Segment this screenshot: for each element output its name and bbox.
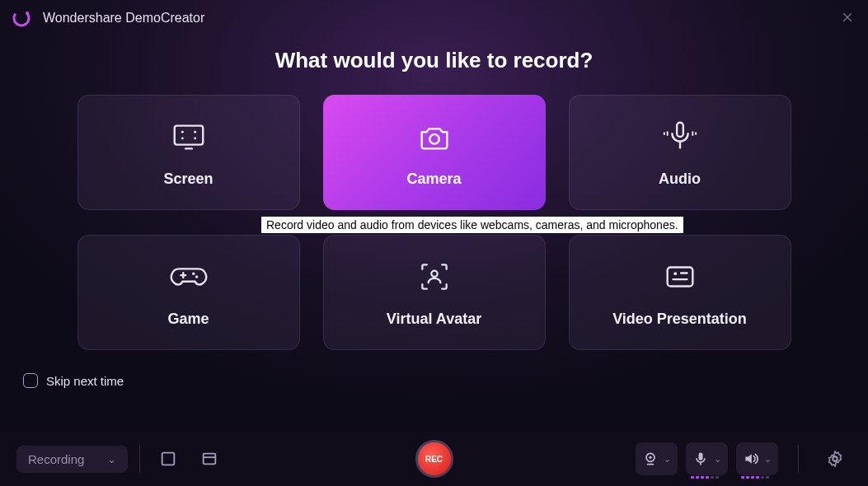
- mode-select-label: Recording: [28, 452, 84, 466]
- skip-label: Skip next time: [46, 374, 124, 388]
- tooltip: Record video and audio from devices like…: [261, 217, 683, 233]
- right-controls: ⌄ ⌄ ⌄: [636, 442, 852, 475]
- chevron-down-icon: ⌄: [664, 454, 671, 465]
- skip-next-time[interactable]: Skip next time: [23, 373, 868, 388]
- svg-point-6: [181, 137, 183, 139]
- option-camera[interactable]: Camera: [323, 95, 546, 210]
- gamepad-icon: [170, 258, 208, 296]
- app-title: Wondershare DemoCreator: [43, 11, 204, 26]
- option-label: Game: [167, 311, 209, 328]
- record-button[interactable]: REC: [415, 440, 453, 478]
- presentation-icon: [661, 258, 699, 296]
- svg-point-21: [673, 272, 677, 275]
- webcam-icon: [642, 451, 659, 467]
- record-options-grid: Screen Camera Audio Game Virtual Avatar …: [0, 95, 868, 350]
- svg-point-31: [833, 456, 838, 461]
- svg-rect-23: [672, 278, 687, 279]
- svg-point-1: [26, 12, 29, 15]
- option-game[interactable]: Game: [77, 235, 300, 350]
- mode-select[interactable]: Recording ⌄: [16, 446, 128, 473]
- svg-point-5: [194, 130, 196, 133]
- microphone-icon: [692, 451, 709, 467]
- avatar-scan-icon: [415, 258, 453, 296]
- mic-level-indicator: [691, 476, 719, 479]
- option-video-presentation[interactable]: Video Presentation: [569, 235, 791, 350]
- svg-rect-24: [162, 453, 175, 465]
- svg-point-4: [181, 130, 183, 133]
- microphone-icon: [661, 118, 699, 156]
- camera-icon: [415, 118, 453, 156]
- speaker-level-indicator: [741, 476, 769, 479]
- svg-rect-9: [677, 122, 683, 136]
- option-label: Audio: [659, 171, 701, 188]
- record-button-label: REC: [425, 455, 443, 464]
- svg-rect-22: [680, 272, 688, 273]
- option-label: Video Presentation: [612, 311, 747, 328]
- app-logo-icon: [12, 8, 31, 28]
- skip-checkbox[interactable]: [23, 373, 38, 388]
- option-label: Camera: [406, 171, 461, 188]
- chevron-down-icon: ⌄: [107, 453, 116, 465]
- close-button[interactable]: [842, 12, 855, 25]
- svg-point-19: [431, 270, 437, 276]
- svg-point-28: [649, 456, 651, 459]
- option-label: Virtual Avatar: [387, 311, 481, 328]
- option-audio[interactable]: Audio: [569, 95, 791, 210]
- chevron-down-icon: ⌄: [714, 454, 721, 465]
- svg-point-18: [195, 275, 197, 278]
- svg-point-7: [194, 137, 196, 139]
- webcam-toggle[interactable]: ⌄: [636, 442, 678, 475]
- title-bar: Wondershare DemoCreator: [0, 0, 868, 36]
- option-screen[interactable]: Screen: [77, 95, 300, 210]
- svg-rect-25: [204, 454, 216, 465]
- page-heading: What would you like to record?: [0, 48, 868, 73]
- bottom-toolbar: Recording ⌄ REC ⌄ ⌄ ⌄: [0, 432, 868, 486]
- svg-point-17: [192, 272, 195, 274]
- divider: [798, 445, 799, 473]
- svg-point-0: [12, 8, 31, 28]
- svg-rect-2: [174, 125, 203, 144]
- window-select-button[interactable]: [193, 442, 226, 475]
- speaker-icon: [743, 451, 759, 467]
- divider: [139, 445, 140, 473]
- speaker-toggle[interactable]: ⌄: [736, 442, 778, 475]
- chevron-down-icon: ⌄: [764, 454, 772, 465]
- svg-point-8: [429, 134, 439, 144]
- svg-rect-29: [699, 453, 703, 460]
- settings-button[interactable]: [819, 442, 852, 475]
- gear-icon: [826, 450, 844, 468]
- option-virtual-avatar[interactable]: Virtual Avatar: [323, 235, 546, 350]
- microphone-toggle[interactable]: ⌄: [686, 442, 728, 475]
- screen-icon: [170, 118, 208, 156]
- option-label: Screen: [163, 171, 213, 188]
- svg-rect-20: [667, 267, 692, 286]
- fullscreen-button[interactable]: [152, 442, 185, 475]
